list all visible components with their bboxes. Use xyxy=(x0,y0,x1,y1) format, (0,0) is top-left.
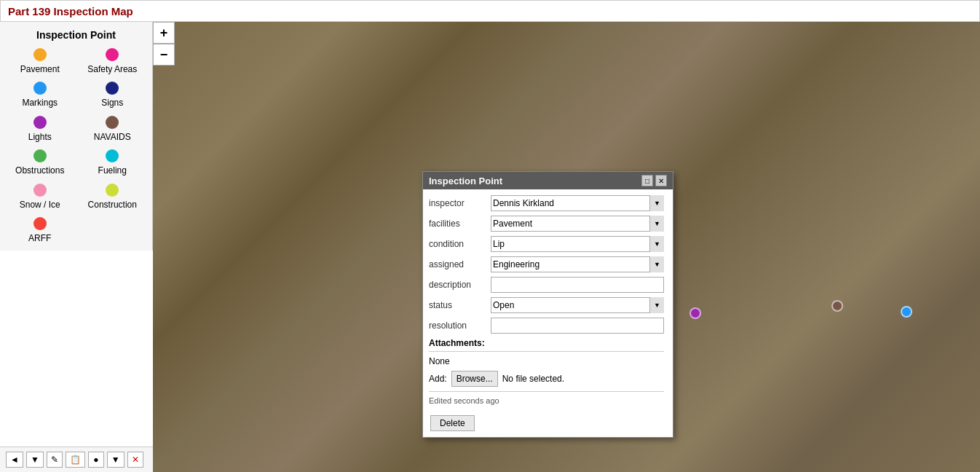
legend-item-signs: Signs xyxy=(80,82,146,108)
legend-panel: Inspection Point Pavement Safety Areas M… xyxy=(0,22,153,251)
legend-item-pavement: Pavement xyxy=(7,48,73,74)
form-row-description: description xyxy=(429,277,664,293)
browse-button[interactable]: Browse... xyxy=(451,371,498,387)
toolbar: ◄ ▼ ✎ 📋 ● ▼ ✕ xyxy=(0,447,153,472)
assigned-control: Engineering ▼ xyxy=(491,256,664,272)
safety-areas-dot xyxy=(106,48,119,61)
dialog-control-buttons: □ ✕ xyxy=(641,175,667,186)
inspection-dialog: Inspection Point □ ✕ inspector Dennis xyxy=(422,171,673,438)
attachments-divider xyxy=(429,351,664,352)
snow-ice-label: Snow / Ice xyxy=(20,200,60,210)
lights-dot xyxy=(33,116,47,129)
assigned-select-wrapper: Engineering ▼ xyxy=(491,256,664,272)
facilities-control: Pavement ▼ xyxy=(491,216,664,232)
status-control: Open ▼ xyxy=(491,297,664,313)
status-select[interactable]: Open xyxy=(491,297,664,313)
legend-item-lights: Lights xyxy=(7,116,73,142)
condition-control: Lip ▼ xyxy=(491,236,664,252)
map-dot-purple[interactable] xyxy=(689,307,701,319)
add-attachment-row: Add: Browse... No file selected. xyxy=(429,371,664,387)
inspector-label: inspector xyxy=(429,198,491,208)
safety-areas-label: Safety Areas xyxy=(87,64,137,74)
edit-info: Edited seconds ago xyxy=(429,391,664,405)
dialog-body: inspector Dennis Kirkland ▼ fac xyxy=(423,189,673,411)
status-label: status xyxy=(429,300,491,310)
description-input[interactable] xyxy=(491,277,664,293)
toolbar-dot-btn[interactable]: ● xyxy=(88,452,104,468)
zoom-out-button[interactable]: − xyxy=(153,44,175,66)
toolbar-dot-dropdown[interactable]: ▼ xyxy=(107,452,125,468)
delete-button[interactable]: Delete xyxy=(430,415,475,431)
dialog-close-button[interactable]: ✕ xyxy=(655,175,667,186)
map-area[interactable]: + − Inspection Point □ ✕ xyxy=(153,22,980,472)
dialog-title: Inspection Point xyxy=(429,176,502,186)
dialog-footer: Delete xyxy=(423,411,673,437)
facilities-label: facilities xyxy=(429,219,491,229)
legend-item-navaids: NAVAIDS xyxy=(80,116,146,142)
dialog-titlebar: Inspection Point □ ✕ xyxy=(423,172,673,189)
assigned-label: assigned xyxy=(429,259,491,270)
legend-heading: Inspection Point xyxy=(36,29,116,41)
map-canvas[interactable]: + − Inspection Point □ ✕ xyxy=(153,22,980,472)
form-row-status: status Open ▼ xyxy=(429,297,664,313)
pavement-label: Pavement xyxy=(20,64,60,74)
form-row-inspector: inspector Dennis Kirkland ▼ xyxy=(429,195,664,211)
map-dot-brown[interactable] xyxy=(831,300,843,312)
toolbar-arrow-left[interactable]: ◄ xyxy=(6,452,23,468)
condition-select-wrapper: Lip ▼ xyxy=(491,236,664,252)
resolution-control xyxy=(491,318,664,334)
fueling-label: Fueling xyxy=(98,165,127,176)
legend-item-safety-areas: Safety Areas xyxy=(80,48,146,74)
obstructions-label: Obstructions xyxy=(15,165,64,176)
facilities-select[interactable]: Pavement xyxy=(491,216,664,232)
toolbar-clipboard-btn[interactable]: 📋 xyxy=(66,452,85,468)
main-layout: Inspection Point Pavement Safety Areas M… xyxy=(0,22,980,472)
map-dot-blue[interactable] xyxy=(901,306,912,318)
inspector-select[interactable]: Dennis Kirkland xyxy=(491,195,664,211)
attachments-title: Attachments: xyxy=(429,338,664,348)
construction-label: Construction xyxy=(88,200,137,210)
zoom-in-button[interactable]: + xyxy=(153,22,175,44)
assigned-select[interactable]: Engineering xyxy=(491,256,664,272)
navaids-label: NAVAIDS xyxy=(94,132,131,142)
markings-dot xyxy=(33,82,47,95)
legend-item-markings: Markings xyxy=(7,82,73,108)
navaids-dot xyxy=(106,116,119,129)
resolution-input[interactable] xyxy=(491,318,664,334)
signs-label: Signs xyxy=(101,98,123,108)
attachments-section: Attachments: None Add: Browse... No file… xyxy=(429,338,664,405)
resolution-label: resolution xyxy=(429,320,491,331)
add-label: Add: xyxy=(429,374,447,384)
toolbar-arrow-down[interactable]: ▼ xyxy=(26,452,44,468)
dialog-minimize-button[interactable]: □ xyxy=(641,175,653,186)
markings-label: Markings xyxy=(22,98,58,108)
attachments-none: None xyxy=(429,356,664,366)
condition-label: condition xyxy=(429,239,491,249)
pavement-dot xyxy=(33,48,47,61)
toolbar-edit-btn[interactable]: ✎ xyxy=(47,452,63,468)
legend-item-construction: Construction xyxy=(80,184,146,210)
legend-item-fueling: Fueling xyxy=(80,149,146,176)
zoom-controls: + − xyxy=(153,22,175,66)
lights-label: Lights xyxy=(28,132,52,142)
form-row-facilities: facilities Pavement ▼ xyxy=(429,216,664,232)
title-bar: Part 139 Inspection Map xyxy=(0,0,980,22)
condition-select[interactable]: Lip xyxy=(491,236,664,252)
fueling-dot xyxy=(106,149,119,162)
obstructions-dot xyxy=(33,149,47,162)
facilities-select-wrapper: Pavement ▼ xyxy=(491,216,664,232)
app-title: Part 139 Inspection Map xyxy=(8,5,133,17)
arff-label: ARFF xyxy=(28,233,51,243)
toolbar-delete-btn[interactable]: ✕ xyxy=(127,452,143,468)
inspector-control: Dennis Kirkland ▼ xyxy=(491,195,664,211)
inspector-select-wrapper: Dennis Kirkland ▼ xyxy=(491,195,664,211)
status-select-wrapper: Open ▼ xyxy=(491,297,664,313)
legend-item-arff: ARFF xyxy=(7,217,73,243)
construction-dot xyxy=(106,184,119,197)
form-row-condition: condition Lip ▼ xyxy=(429,236,664,252)
signs-dot xyxy=(106,82,119,95)
no-file-label: No file selected. xyxy=(502,374,564,384)
description-control xyxy=(491,277,664,293)
legend-grid: Pavement Safety Areas Markings Signs xyxy=(4,48,149,243)
arff-dot xyxy=(33,217,47,230)
